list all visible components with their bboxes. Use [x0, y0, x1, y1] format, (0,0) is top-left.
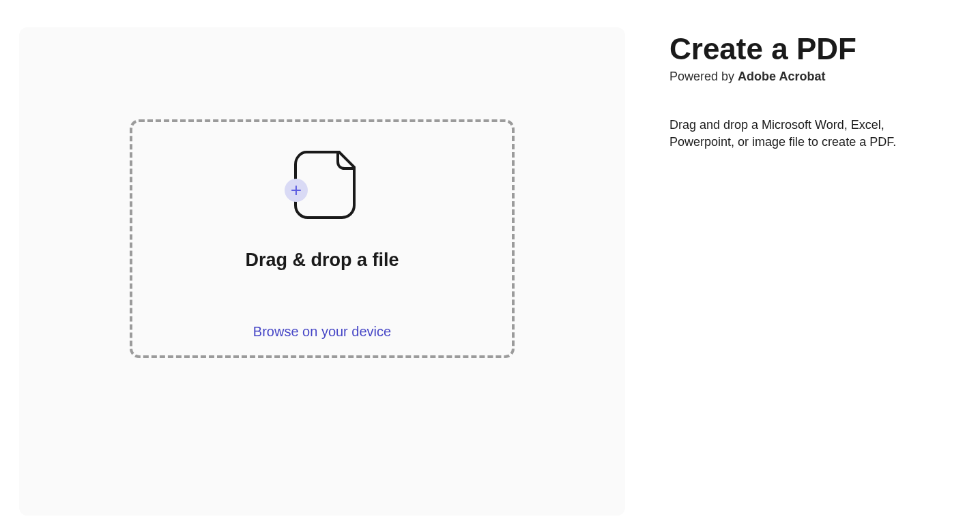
subtitle-prefix: Powered by — [669, 70, 738, 83]
dropzone-title: Drag & drop a file — [245, 250, 399, 271]
description: Drag and drop a Microsoft Word, Excel, P… — [669, 117, 939, 150]
info-panel: Create a PDF Powered by Adobe Acrobat Dr… — [625, 27, 939, 517]
plus-icon: + — [285, 179, 308, 202]
file-add-icon: + — [285, 151, 360, 229]
page-title: Create a PDF — [669, 33, 939, 65]
subtitle: Powered by Adobe Acrobat — [669, 70, 939, 84]
file-dropzone[interactable]: + Drag & drop a file Browse on your devi… — [130, 119, 515, 358]
subtitle-brand: Adobe Acrobat — [738, 70, 825, 83]
upload-panel: + Drag & drop a file Browse on your devi… — [19, 27, 625, 516]
browse-device-link[interactable]: Browse on your device — [253, 324, 391, 340]
